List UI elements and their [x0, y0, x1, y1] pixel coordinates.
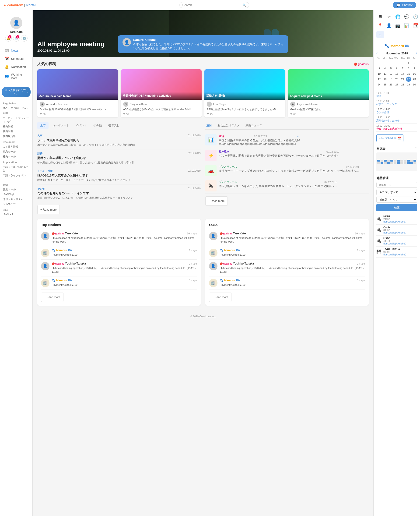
- sidebar-link-work-request[interactable]: 申請（仕事に関すること）: [0, 165, 32, 173]
- sidebar-link-sales-tools[interactable]: 営業ツール: [0, 187, 32, 192]
- sidebar-item-working-data[interactable]: 👥 Working Data: [1, 71, 31, 82]
- sidebar-link-rules[interactable]: 社内規定集: [0, 134, 32, 139]
- clock-icon[interactable]: 🕐: [412, 13, 419, 21]
- cal-day-14[interactable]: 14: [400, 71, 405, 76]
- sidebar-link-mvs[interactable]: MVS、中長期ビジョン: [0, 106, 32, 111]
- cal-day-1[interactable]: 1: [406, 61, 411, 66]
- sidebar-link-attendance[interactable]: 勤怠ルール: [0, 149, 32, 154]
- cal-day-4[interactable]: 4: [382, 66, 388, 71]
- sidebar-link-branding[interactable]: コーポレートブランディング: [0, 116, 32, 124]
- chart-icon[interactable]: 📊: [403, 22, 410, 30]
- sidebar-link-live-request[interactable]: 申請（ライブイベント）: [0, 173, 32, 182]
- top-notices-read-more-button[interactable]: + Read more: [41, 293, 63, 302]
- sidebar-item-schedule[interactable]: 📅 Schedule: [1, 55, 31, 63]
- sidebar-link-common-info[interactable]: よく使う情報: [0, 144, 32, 149]
- camera-icon[interactable]: 📷: [394, 22, 402, 30]
- sidebar-item-notification[interactable]: 🔔 Notification: [1, 63, 31, 71]
- cal-day-10[interactable]: 10: [377, 71, 382, 76]
- cal-day-12[interactable]: 12: [388, 71, 393, 76]
- cal-day-20[interactable]: 20: [394, 76, 399, 82]
- post-card-1[interactable]: Acquire new paid teams A Alejandro Johns…: [37, 69, 118, 117]
- schedule-title-1[interactable]: 親会: [376, 94, 417, 98]
- search-input[interactable]: [182, 3, 243, 7]
- sidebar-link-org[interactable]: 組織: [0, 111, 32, 116]
- schedule-title-3[interactable]: ランチ会議: [376, 111, 417, 114]
- cal-day-29[interactable]: 29: [406, 82, 411, 87]
- news-left-title-2[interactable]: 財務から年末調整についてお知らせ: [37, 156, 201, 160]
- cal-day-30[interactable]: 30: [412, 82, 417, 87]
- tab-latest-news[interactable]: 最新ニュース: [245, 122, 263, 129]
- news-right-title-1[interactable]: 中国が目指す半導体の自給自足、実現可能性は低い - 各社の見解: [219, 138, 300, 142]
- news-left-title-1[interactable]: ボーナス支給率確定のお知らせ: [37, 138, 201, 142]
- seat-map-visual[interactable]: [376, 152, 417, 171]
- notification-badge-button[interactable]: 🔔 5: [5, 35, 12, 42]
- asterisk-icon[interactable]: ✳: [385, 13, 393, 21]
- calendar-prev-button[interactable]: ‹: [376, 51, 377, 55]
- tab-corporate[interactable]: コーポレート: [49, 122, 72, 129]
- settings-button[interactable]: ⚙️: [21, 35, 28, 42]
- calendar-next-button[interactable]: ›: [416, 51, 417, 55]
- cal-day-17[interactable]: 17: [377, 76, 382, 82]
- schedule-title-2[interactable]: 経営ミーティング: [376, 103, 417, 106]
- equipment-category-select[interactable]: カテゴリ すべて: [376, 189, 417, 195]
- cal-day-5[interactable]: 5: [388, 66, 393, 71]
- equipment-search-input[interactable]: [376, 182, 417, 188]
- cal-day-3[interactable]: 3: [377, 66, 382, 71]
- monitor-icon[interactable]: 🖥: [376, 13, 384, 21]
- tab-other[interactable]: その他: [90, 122, 105, 129]
- cal-day-27[interactable]: 27: [394, 82, 399, 87]
- sidebar-link-training[interactable]: ISAO研修: [0, 192, 32, 197]
- cal-day-16[interactable]: 16: [412, 71, 417, 76]
- logo[interactable]: ● colorkrew | Portal: [4, 3, 36, 7]
- sidebar-link-security[interactable]: 情報セキュリティ: [0, 197, 32, 202]
- cal-day-6[interactable]: 6: [394, 66, 399, 71]
- sidebar-item-news[interactable]: 📰 News: [1, 46, 31, 54]
- new-schedule-button[interactable]: New Schedule 📅: [376, 135, 404, 142]
- news-left-title-4[interactable]: その他のお知らせのヘッドラインです: [37, 191, 201, 195]
- location-icon[interactable]: 📍: [376, 22, 384, 30]
- news-left-title-3[interactable]: ISAO2019年大忘年会のお知らせです: [37, 174, 201, 178]
- cal-day-24[interactable]: 24: [377, 82, 382, 87]
- news-right-read-more-button[interactable]: + Read more: [205, 196, 228, 206]
- sidebar-link-system[interactable]: 社内制度: [0, 129, 32, 134]
- schedule-title-5[interactable]: 会食（ABC株式会社様）: [376, 127, 417, 130]
- equipment-borrow-select[interactable]: 貸出品（すべて）: [376, 197, 417, 203]
- chat-icon[interactable]: 💬: [403, 13, 410, 21]
- o365-read-more-button[interactable]: + Read more: [209, 293, 232, 302]
- cal-day-25[interactable]: 25: [382, 82, 388, 87]
- add-app-button[interactable]: ＋: [376, 31, 384, 38]
- tab-recommended[interactable]: あなたにオススメ: [217, 122, 241, 129]
- cal-day-2[interactable]: 2: [412, 61, 417, 66]
- new-member-button[interactable]: 最近入社された方へ ›: [2, 87, 30, 97]
- equip-status-usb[interactable]: Borrowable(Available): [383, 253, 406, 256]
- sidebar-link-isao-hp[interactable]: ISAO HP: [0, 212, 32, 216]
- equip-status-cable[interactable]: Borrowable(Available): [383, 231, 406, 234]
- person-icon[interactable]: 👤: [385, 22, 393, 30]
- chevron-up-icon[interactable]: ⌃: [415, 147, 417, 151]
- news-right-title-2[interactable]: パワー半導体の覇者を超える大容量／高速安定動作可能なパワーモジュールを目的とした…: [219, 154, 339, 158]
- globe-icon[interactable]: 🌐: [394, 13, 402, 21]
- tab-events[interactable]: イベント: [73, 122, 90, 129]
- equipment-search-button[interactable]: 検索: [376, 204, 417, 211]
- cal-day-22-today[interactable]: 22: [406, 76, 411, 82]
- tab-featured[interactable]: 注目: [205, 122, 213, 129]
- cal-day-8[interactable]: 8: [406, 66, 411, 71]
- cal-day-9[interactable]: 9: [412, 66, 417, 71]
- sidebar-link-health[interactable]: ヘルスケア: [0, 202, 32, 207]
- post-card-2[interactable]: 活動報告(何でも) #anything activities S Shigeno…: [121, 69, 202, 117]
- news-left-read-more-button[interactable]: + Read more: [37, 205, 60, 214]
- cal-day-13[interactable]: 13: [394, 71, 399, 76]
- sidebar-link-facilities[interactable]: 社内設備: [0, 124, 32, 129]
- cal-day-26[interactable]: 26: [388, 82, 393, 87]
- tab-readlater[interactable]: 後で読む: [105, 122, 122, 129]
- post-card-3[interactable]: 活動共有(週報) L Lisa Cloger EFG社主催のMaaSセミナーに原…: [204, 69, 285, 117]
- cal-day-21[interactable]: 21: [400, 76, 405, 82]
- post-card-4[interactable]: Acquire new paid teams A Alejandro Johns…: [288, 69, 369, 117]
- sidebar-link-tools[interactable]: 社内ツール: [0, 154, 32, 159]
- mail-badge-button[interactable]: ✉️ 6: [13, 35, 20, 42]
- cal-day-11[interactable]: 11: [382, 71, 388, 76]
- cal-day-23[interactable]: 23: [412, 76, 417, 82]
- tab-all[interactable]: 全て: [37, 122, 49, 129]
- news-right-title-4[interactable]: 準天頂衛星システムを活用した 車線単位の高精度ルートガイダンスシステムの実用化実…: [219, 184, 337, 188]
- chatbot-button[interactable]: 💬 Chatbot: [393, 2, 416, 8]
